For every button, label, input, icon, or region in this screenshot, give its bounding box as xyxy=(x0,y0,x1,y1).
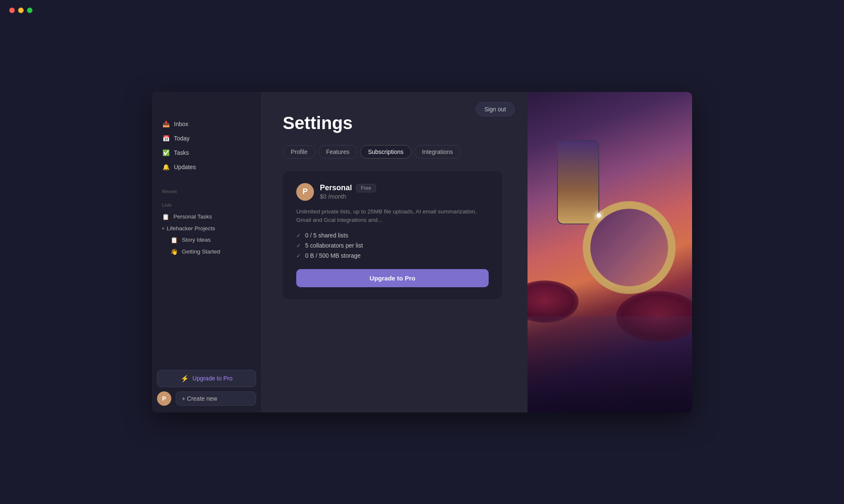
plan-name-row: Personal Free xyxy=(320,183,376,192)
plan-name: Personal xyxy=(320,183,352,192)
rectangle-inner xyxy=(558,141,598,224)
feature-item-1: ✓ 5 collaborators per list xyxy=(296,242,489,249)
sidebar-label-tasks: Tasks xyxy=(174,149,189,156)
upgrade-to-pro-button[interactable]: Upgrade to Pro xyxy=(296,269,489,287)
chevron-icon: ▾ xyxy=(162,226,164,231)
feature-item-2: ✓ 0 B / 500 MB storage xyxy=(296,252,489,259)
subscription-card: P Personal Free $0 /month Unlimited priv… xyxy=(283,171,502,299)
sidebar-item-story-ideas[interactable]: 📋 Story Ideas xyxy=(157,234,256,246)
tab-profile[interactable]: Profile xyxy=(283,145,316,159)
feature-text-0: 0 / 5 shared lists xyxy=(305,232,348,239)
upgrade-sidebar-label: Upgrade to Pro xyxy=(192,375,233,382)
lightning-icon: ⚡ xyxy=(181,375,189,383)
sidebar-item-personal-tasks[interactable]: 📋 Personal Tasks xyxy=(157,211,256,223)
check-icon-2: ✓ xyxy=(296,253,301,259)
inbox-icon: 📥 xyxy=(162,120,170,128)
plan-info: Personal Free $0 /month xyxy=(320,183,376,200)
feature-text-1: 5 collaborators per list xyxy=(305,242,363,249)
rectangle-frame xyxy=(557,140,599,224)
sidebar-nav: 📥 Inbox 📅 Today ✅ Tasks 🔔 Updates xyxy=(157,117,256,174)
sidebar-item-getting-started[interactable]: 👋 Getting Started xyxy=(157,246,256,258)
right-panel xyxy=(528,92,692,412)
sidebar-bottom: ⚡ Upgrade to Pro P + Create new xyxy=(157,370,256,406)
page-title: Settings xyxy=(283,113,506,133)
updates-icon: 🔔 xyxy=(162,163,170,171)
feature-text-2: 0 B / 500 MB storage xyxy=(305,252,361,259)
plan-header: P Personal Free $0 /month xyxy=(296,183,489,201)
sidebar-label-today: Today xyxy=(174,135,189,142)
create-new-row: P + Create new xyxy=(157,391,256,406)
water-reflection xyxy=(528,316,692,412)
personal-tasks-icon: 📋 xyxy=(162,213,169,220)
check-icon-0: ✓ xyxy=(296,232,301,239)
panel-decoration xyxy=(528,92,692,412)
feature-item-0: ✓ 0 / 5 shared lists xyxy=(296,232,489,239)
check-icon-1: ✓ xyxy=(296,243,301,249)
plan-description: Unlimited private lists, up to 25MB file… xyxy=(296,208,489,225)
personal-tasks-label: Personal Tasks xyxy=(173,213,212,220)
sign-out-button[interactable]: Sign out xyxy=(476,102,515,116)
story-ideas-icon: 📋 xyxy=(170,237,178,243)
app-window: 📥 Inbox 📅 Today ✅ Tasks 🔔 Updates Recent… xyxy=(152,92,692,412)
create-new-button[interactable]: + Create new xyxy=(176,391,256,406)
sidebar-item-today[interactable]: 📅 Today xyxy=(157,132,256,145)
main-content: Sign out Settings Profile Features Subsc… xyxy=(262,92,528,412)
sidebar-item-updates[interactable]: 🔔 Updates xyxy=(157,160,256,174)
plan-price: $0 /month xyxy=(320,193,376,200)
getting-started-icon: 👋 xyxy=(170,248,178,255)
recent-label: Recent xyxy=(157,187,256,196)
lists-label: Lists xyxy=(157,201,256,209)
feature-list: ✓ 0 / 5 shared lists ✓ 5 collaborators p… xyxy=(296,232,489,259)
plan-badge: Free xyxy=(356,184,376,192)
lifehacker-projects-label: Lifehacker Projects xyxy=(167,225,215,232)
tasks-icon: ✅ xyxy=(162,149,170,156)
sidebar-item-inbox[interactable]: 📥 Inbox xyxy=(157,117,256,131)
sidebar-item-tasks[interactable]: ✅ Tasks xyxy=(157,146,256,159)
upgrade-to-pro-sidebar-button[interactable]: ⚡ Upgrade to Pro xyxy=(157,370,256,387)
tab-integrations[interactable]: Integrations xyxy=(414,145,461,159)
tabs-row: Profile Features Subscriptions Integrati… xyxy=(283,145,506,159)
today-icon: 📅 xyxy=(162,135,170,142)
create-new-label: + Create new xyxy=(182,395,217,402)
tab-features[interactable]: Features xyxy=(318,145,357,159)
sidebar-item-lifehacker-projects[interactable]: ▾ Lifehacker Projects xyxy=(157,223,256,234)
user-avatar: P xyxy=(157,391,171,406)
plan-avatar: P xyxy=(296,183,314,201)
getting-started-label: Getting Started xyxy=(182,248,220,255)
sidebar: 📥 Inbox 📅 Today ✅ Tasks 🔔 Updates Recent… xyxy=(152,92,262,412)
decorative-image xyxy=(528,92,692,412)
story-ideas-label: Story Ideas xyxy=(182,237,211,243)
sidebar-label-updates: Updates xyxy=(174,164,196,170)
sidebar-label-inbox: Inbox xyxy=(174,121,188,127)
tab-subscriptions[interactable]: Subscriptions xyxy=(360,145,411,159)
